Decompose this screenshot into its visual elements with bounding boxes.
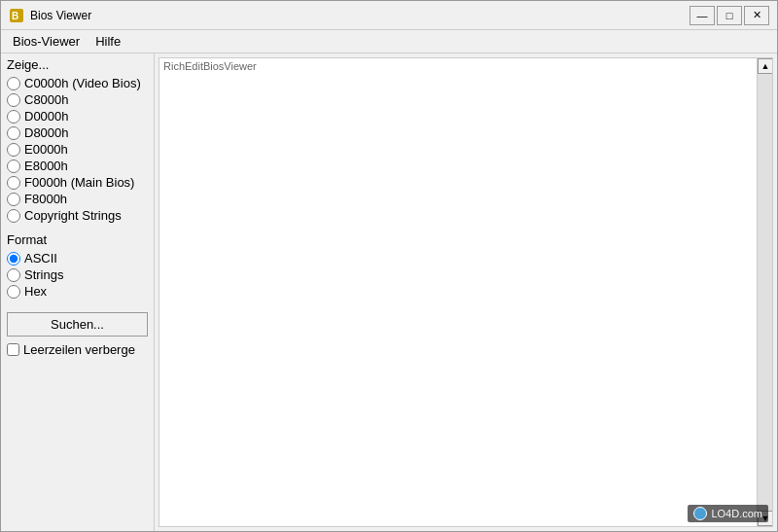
radio-e0000h[interactable]: E0000h	[7, 142, 148, 157]
globe-icon	[693, 507, 707, 520]
hide-empty-lines-checkbox[interactable]: Leerzeilen verberge	[7, 342, 148, 357]
zeige-radio-group: C0000h (Video Bios) C8000h D0000h D8000h…	[7, 76, 148, 223]
radio-f0000h[interactable]: F0000h (Main Bios)	[7, 175, 148, 190]
search-button[interactable]: Suchen...	[7, 312, 148, 337]
radio-strings[interactable]: Strings	[7, 267, 148, 282]
radio-d8000h[interactable]: D8000h	[7, 125, 148, 140]
app-icon: B	[9, 8, 24, 23]
viewer-label: RichEditBiosViewer	[163, 60, 257, 72]
zeige-label: Zeige...	[7, 57, 148, 72]
radio-hex[interactable]: Hex	[7, 284, 148, 299]
menu-bar: Bios-Viewer Hilfe	[1, 30, 777, 53]
lo4d-badge: LO4D.com	[688, 505, 768, 522]
menu-help[interactable]: Hilfe	[88, 32, 128, 51]
radio-c8000h[interactable]: C8000h	[7, 92, 148, 107]
main-content: Zeige... C0000h (Video Bios) C8000h D000…	[1, 53, 777, 531]
scroll-track[interactable]	[758, 74, 772, 511]
radio-e8000h[interactable]: E8000h	[7, 159, 148, 173]
radio-c0000h[interactable]: C0000h (Video Bios)	[7, 76, 148, 90]
window-controls: — □ ✕	[690, 6, 769, 25]
format-label: Format	[7, 232, 148, 247]
close-button[interactable]: ✕	[744, 6, 769, 25]
svg-text:B: B	[12, 11, 18, 21]
radio-copyright[interactable]: Copyright Strings	[7, 208, 148, 223]
maximize-button[interactable]: □	[717, 6, 742, 25]
vertical-scrollbar: ▲ ▼	[757, 58, 772, 526]
format-radio-group: ASCII Strings Hex	[7, 251, 148, 299]
scroll-up-button[interactable]: ▲	[758, 58, 773, 74]
title-bar: B Bios Viewer — □ ✕	[1, 1, 777, 30]
menu-bios-viewer[interactable]: Bios-Viewer	[5, 32, 88, 51]
radio-ascii[interactable]: ASCII	[7, 251, 148, 266]
minimize-button[interactable]: —	[690, 6, 715, 25]
bios-viewer-panel: RichEditBiosViewer ▲ ▼ LO4D.com	[159, 57, 773, 527]
main-window: B Bios Viewer — □ ✕ Bios-Viewer Hilfe Ze…	[0, 0, 778, 532]
window-title: Bios Viewer	[30, 9, 690, 22]
lo4d-text: LO4D.com	[711, 508, 762, 519]
radio-f8000h[interactable]: F8000h	[7, 192, 148, 206]
watermark-area: LO4D.com	[684, 501, 772, 526]
left-panel: Zeige... C0000h (Video Bios) C8000h D000…	[1, 53, 155, 531]
radio-d0000h[interactable]: D0000h	[7, 109, 148, 124]
